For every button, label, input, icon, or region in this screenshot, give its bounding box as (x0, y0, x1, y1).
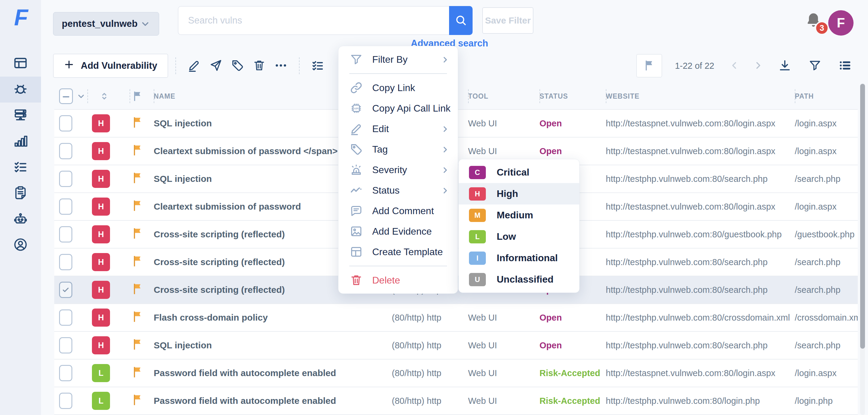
severity-option-unclassified[interactable]: UUnclassified (459, 269, 579, 290)
flag-icon[interactable] (131, 393, 144, 407)
row-checkbox[interactable] (59, 337, 72, 353)
add-vulnerability-button[interactable]: Add Vulnerability (53, 54, 168, 78)
menu-item-copy-api-call-link[interactable]: APICopy Api Call Link (338, 98, 458, 119)
vulnerability-name[interactable]: Password field with autocomplete enabled (154, 396, 392, 406)
flag-icon[interactable] (131, 116, 144, 129)
header-severity-sort (87, 83, 130, 109)
menu-item-tag[interactable]: Tag (338, 139, 458, 159)
menu-item-delete[interactable]: Delete (338, 270, 458, 291)
prev-page-button[interactable] (727, 58, 742, 73)
more-actions-button[interactable] (270, 55, 292, 77)
menu-item-create-template[interactable]: Create Template (338, 242, 458, 262)
filter-button[interactable] (804, 55, 826, 77)
header-website[interactable]: WEBSITE (606, 83, 795, 109)
send-button[interactable] (205, 55, 227, 77)
flag-icon[interactable] (131, 199, 144, 213)
search-button[interactable] (449, 6, 472, 35)
scrollbar-thumb[interactable] (860, 84, 865, 349)
select-all-checkbox[interactable] (59, 88, 73, 104)
menu-item-copy-link[interactable]: Copy Link (338, 78, 458, 98)
search-input[interactable] (178, 6, 449, 35)
sidebar-item-profile[interactable] (0, 232, 41, 258)
flag-icon[interactable] (131, 282, 144, 296)
row-checkbox[interactable] (59, 254, 72, 270)
vulnerability-name[interactable]: SQL injection (154, 340, 392, 351)
menu-item-edit[interactable]: Edit (338, 119, 458, 139)
sidebar-item-vulnerabilities[interactable] (0, 77, 41, 102)
chevron-right-icon (441, 55, 450, 64)
flag-icon[interactable] (131, 171, 144, 185)
severity-option-informational[interactable]: IInformational (459, 247, 579, 269)
save-filter-button[interactable]: Save Filter (482, 7, 533, 34)
view-options-button[interactable] (834, 55, 856, 77)
delete-button[interactable] (248, 55, 270, 77)
vulnerability-name[interactable]: Password field with autocomplete enabled (154, 368, 392, 378)
tag-button[interactable] (227, 55, 248, 77)
api-chip-icon: API (349, 101, 363, 115)
menu-item-add-evidence[interactable]: Add Evidence (338, 221, 458, 242)
severity-option-low[interactable]: LLow (459, 226, 579, 247)
chevron-down-icon (140, 19, 150, 29)
severity-option-medium[interactable]: MMedium (459, 205, 579, 226)
next-page-button[interactable] (750, 58, 766, 73)
menu-item-severity[interactable]: Severity (338, 159, 458, 180)
faraday-logo[interactable]: F (0, 4, 41, 30)
row-checkbox[interactable] (59, 226, 72, 242)
select-menu-chevron-icon[interactable] (76, 92, 86, 101)
vulnerability-name[interactable]: Flash cross-domain policy (154, 313, 392, 323)
context-menu: Filter ByCopy LinkAPICopy Api Call LinkE… (338, 46, 458, 294)
row-checkbox[interactable] (59, 199, 72, 215)
search-bar (178, 6, 472, 35)
sidebar-item-reports[interactable] (0, 180, 41, 206)
chevron-right-icon (441, 186, 450, 195)
row-checkbox[interactable] (59, 365, 72, 381)
sort-icon[interactable] (99, 91, 110, 101)
sidebar-item-planner[interactable] (0, 154, 41, 180)
severity-badge: H (92, 336, 110, 354)
table-row[interactable]: L Password field with autocomplete enabl… (54, 359, 858, 387)
severity-option-critical[interactable]: CCritical (459, 162, 579, 183)
header-path[interactable]: PATH (795, 83, 858, 109)
table-row[interactable]: H SQL injection (80/http) http Web UI Op… (54, 331, 858, 359)
sidebar-item-analytics[interactable] (0, 128, 41, 154)
header-status[interactable]: STATUS (539, 83, 606, 109)
severity-letter-badge: H (469, 187, 486, 201)
toolbar-right: 1-22 of 22 (636, 54, 856, 78)
sidebar-item-dashboard[interactable] (0, 51, 41, 77)
menu-item-status[interactable]: Status (338, 180, 458, 201)
sidebar-item-hosts[interactable] (0, 102, 41, 128)
menu-item-filter-by[interactable]: Filter By (338, 49, 458, 70)
table-row[interactable]: L Password field with autocomplete enabl… (54, 387, 858, 414)
flag-icon[interactable] (131, 337, 144, 351)
flag-icon[interactable] (131, 143, 144, 157)
flag-icon[interactable] (131, 365, 144, 379)
row-checkbox[interactable] (59, 282, 72, 298)
menu-item-label: Tag (372, 144, 432, 155)
flag-filter-button[interactable] (636, 54, 662, 78)
edit-button[interactable] (183, 55, 205, 77)
avatar[interactable]: F (828, 10, 854, 36)
row-checkbox[interactable] (59, 171, 72, 187)
severity-option-high[interactable]: HHigh (459, 183, 579, 205)
row-checkbox[interactable] (59, 115, 72, 131)
flag-icon[interactable] (131, 90, 144, 102)
severity-badge: H (92, 308, 110, 327)
robot-icon (13, 211, 28, 228)
sidebar-item-agents[interactable] (0, 206, 41, 232)
flag-icon[interactable] (131, 310, 144, 324)
asset-cell: (80/http) http (392, 368, 468, 378)
download-button[interactable] (774, 55, 796, 77)
bulk-select-button[interactable] (307, 55, 329, 77)
status-cell: Open (539, 146, 606, 156)
flag-icon[interactable] (131, 254, 144, 268)
row-checkbox[interactable] (59, 143, 72, 159)
workspace-selector[interactable]: pentest_vulnweb (53, 12, 159, 36)
menu-item-add-comment[interactable]: Add Comment (338, 201, 458, 221)
flag-icon[interactable] (131, 227, 144, 240)
table-row[interactable]: H Flash cross-domain policy (80/http) ht… (54, 303, 858, 331)
row-checkbox[interactable] (59, 309, 72, 326)
row-checkbox[interactable] (59, 393, 72, 409)
severity-badge: H (92, 253, 110, 271)
header-tool[interactable]: TOOL (468, 83, 539, 109)
menu-item-label: Delete (372, 275, 450, 286)
